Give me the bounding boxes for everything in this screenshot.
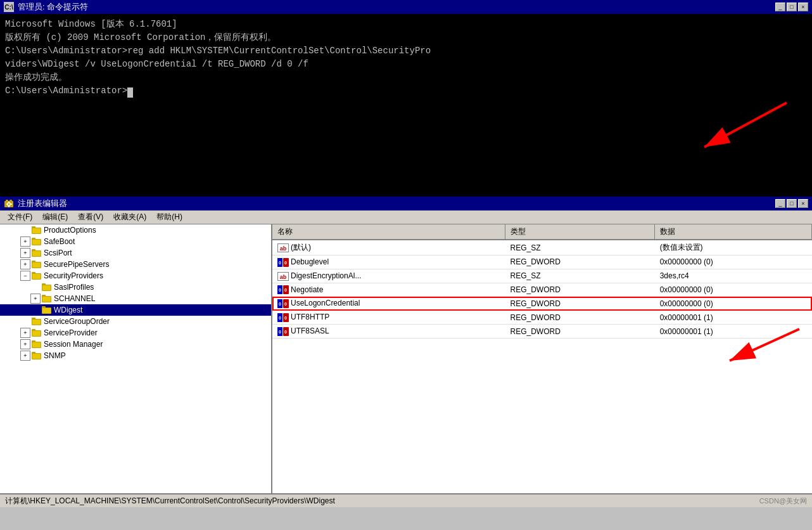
reg-menu-item-2[interactable]: 查看(V) — [73, 210, 108, 224]
svg-rect-7 — [8, 202, 10, 203]
reg-minimize-button[interactable]: _ — [775, 199, 785, 208]
cmd-line-3: C:\Users\Administrator>reg add HKLM\SYST… — [5, 44, 807, 58]
cell-name-3: 0 0 Negotiate — [272, 283, 505, 297]
tree-expand-11[interactable]: + — [20, 351, 30, 361]
reg-menu-item-0[interactable]: 文件(F) — [3, 210, 37, 224]
table-row-3[interactable]: 0 0 NegotiateREG_DWORD0x00000000 (0) — [272, 283, 812, 297]
tree-expand-4[interactable]: − — [20, 271, 30, 281]
tree-item-2[interactable]: + ScsiPort — [0, 247, 271, 259]
col-type-header: 类型 — [505, 224, 655, 240]
col-name-header: 名称 — [272, 224, 505, 240]
tree-expand-0 — [20, 225, 30, 235]
folder-icon-8 — [32, 317, 44, 326]
tree-expand-6[interactable]: + — [30, 294, 41, 304]
folder-icon-1 — [32, 237, 44, 247]
tree-item-1[interactable]: + SafeBoot — [0, 236, 271, 247]
reg-titlebar-buttons: _ □ × — [775, 199, 808, 208]
tree-expand-1[interactable]: + — [20, 236, 30, 247]
reg-close-button[interactable]: × — [798, 199, 808, 208]
svg-rect-37 — [32, 320, 41, 325]
cmd-maximize-button[interactable]: □ — [787, 3, 797, 11]
cell-name-0: ab(默认) — [272, 240, 505, 255]
reg-maximize-button[interactable]: □ — [787, 199, 797, 208]
folder-icon-2 — [32, 249, 44, 258]
cmd-close-button[interactable]: × — [798, 3, 808, 11]
tree-label-6: SCHANNEL — [54, 294, 95, 303]
svg-rect-22 — [32, 262, 41, 268]
cell-data-4: 0x00000000 (0) — [655, 297, 812, 311]
svg-point-6 — [8, 204, 10, 205]
table-row-1[interactable]: 0 0 DebuglevelREG_DWORD0x00000000 (0) — [272, 255, 812, 269]
tree-expand-5 — [30, 282, 41, 292]
reg-titlebar: 注册表编辑器 _ □ × — [0, 197, 812, 210]
cmd-line-0: Microsoft Windows [版本 6.1.7601] — [5, 18, 807, 31]
tree-label-11: SNMP — [44, 351, 66, 360]
reg-values-table: 名称 类型 数据 ab(默认)REG_SZ(数值未设置) 0 0 Debugle… — [272, 224, 812, 339]
folder-icon-3 — [32, 260, 44, 269]
tree-label-0: ProductOptions — [44, 226, 96, 235]
reg-values-pane[interactable]: 名称 类型 数据 ab(默认)REG_SZ(数值未设置) 0 0 Debugle… — [272, 224, 812, 493]
cell-type-6: REG_DWORD — [505, 325, 655, 339]
svg-text:0: 0 — [279, 288, 281, 292]
folder-icon-11 — [32, 351, 44, 361]
tree-item-10[interactable]: + Session Manager — [0, 339, 271, 350]
reg-menubar: 文件(F)编辑(E)查看(V)收藏夹(A)帮助(H) — [0, 210, 812, 224]
cmd-arrow-svg — [666, 96, 793, 160]
table-row-4[interactable]: 0 0 UseLogonCredentialREG_DWORD0x0000000… — [272, 297, 812, 311]
tree-expand-9[interactable]: + — [20, 328, 30, 338]
tree-expand-3[interactable]: + — [20, 259, 30, 269]
tree-item-4[interactable]: − SecurityProviders — [0, 270, 271, 281]
svg-rect-16 — [32, 240, 41, 245]
tree-expand-8 — [20, 316, 30, 326]
cell-data-6: 0x00000001 (1) — [655, 325, 812, 339]
tree-item-8[interactable]: ServiceGroupOrder — [0, 316, 271, 327]
cmd-line-1: 版权所有 (c) 2009 Microsoft Corporation，保留所有… — [5, 31, 807, 44]
tree-item-7[interactable]: WDigest — [0, 304, 271, 316]
table-row-0[interactable]: ab(默认)REG_SZ(数值未设置) — [272, 240, 812, 255]
svg-rect-19 — [32, 251, 41, 256]
col-data-header: 数据 — [655, 224, 812, 240]
cmd-window-icon: C:\ — [4, 2, 14, 12]
table-row-5[interactable]: 0 0 UTF8HTTPREG_DWORD0x00000001 (1) — [272, 311, 812, 325]
reg-menu-item-3[interactable]: 收藏夹(A) — [108, 210, 151, 224]
cmd-cursor — [127, 87, 133, 98]
cell-name-1: 0 0 Debuglevel — [272, 255, 505, 269]
tree-item-11[interactable]: + SNMP — [0, 350, 271, 361]
tree-label-1: SafeBoot — [44, 237, 75, 246]
reg-tree-pane[interactable]: ProductOptions+ SafeBoot+ ScsiPort+ Secu… — [0, 224, 272, 493]
cmd-content[interactable]: Microsoft Windows [版本 6.1.7601]版权所有 (c) … — [0, 14, 812, 197]
cmd-minimize-button[interactable]: _ — [775, 3, 785, 11]
tree-label-9: ServiceProvider — [44, 328, 98, 337]
cell-data-3: 0x00000000 (0) — [655, 283, 812, 297]
tree-item-9[interactable]: + ServiceProvider — [0, 327, 271, 339]
tree-item-3[interactable]: + SecurePipeServers — [0, 259, 271, 270]
cell-data-1: 0x00000000 (0) — [655, 255, 812, 269]
tree-expand-10[interactable]: + — [20, 339, 30, 349]
statusbar-path: 计算机\HKEY_LOCAL_MACHINE\SYSTEM\CurrentCon… — [5, 496, 759, 507]
tree-label-2: ScsiPort — [44, 249, 72, 257]
svg-rect-8 — [8, 206, 10, 207]
cell-type-1: REG_DWORD — [505, 255, 655, 269]
reg-window-icon — [4, 198, 14, 209]
cmd-line-7: C:\Users\Administrator> — [5, 84, 807, 98]
values-header-row: 名称 类型 数据 — [272, 224, 812, 240]
reg-menu-item-4[interactable]: 帮助(H) — [151, 210, 187, 224]
svg-text:0: 0 — [279, 330, 281, 334]
cell-name-4: 0 0 UseLogonCredential — [272, 297, 505, 311]
table-row-6[interactable]: 0 0 UTF8SASLREG_DWORD0x00000001 (1) — [272, 325, 812, 339]
tree-expand-2[interactable]: + — [20, 248, 30, 258]
reg-statusbar: 计算机\HKEY_LOCAL_MACHINE\SYSTEM\CurrentCon… — [0, 493, 812, 507]
tree-item-0[interactable]: ProductOptions — [0, 224, 271, 236]
reg-menu-item-1[interactable]: 编辑(E) — [37, 210, 73, 224]
cell-type-2: REG_SZ — [505, 269, 655, 283]
svg-rect-43 — [32, 342, 41, 347]
svg-rect-9 — [6, 204, 8, 205]
table-row-2[interactable]: abDigestEncryptionAl...REG_SZ3des,rc4 — [272, 269, 812, 283]
svg-rect-4 — [10, 200, 12, 202]
folder-icon-9 — [32, 328, 44, 338]
cell-data-5: 0x00000001 (1) — [655, 311, 812, 325]
tree-item-6[interactable]: + SCHANNEL — [0, 293, 271, 304]
tree-item-5[interactable]: SaslProfiles — [0, 281, 271, 293]
reg-title: 注册表编辑器 — [18, 198, 67, 209]
svg-rect-10 — [11, 204, 12, 205]
